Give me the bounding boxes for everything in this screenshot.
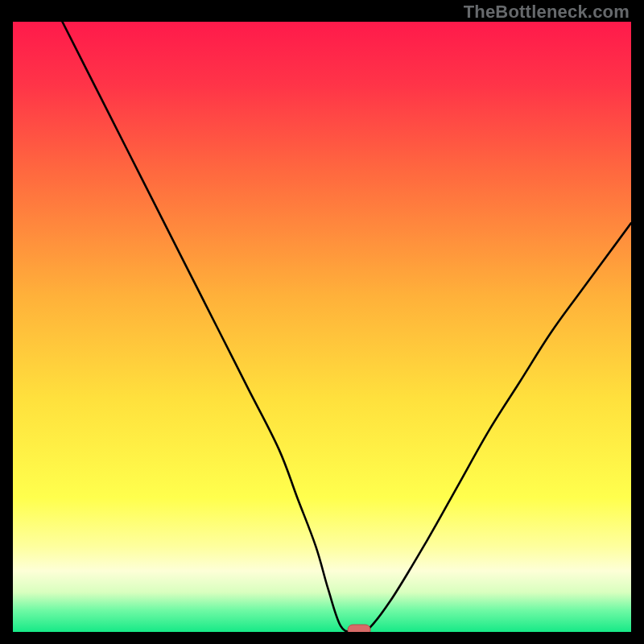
watermark-text: TheBottleneck.com [464,2,630,23]
chart-container: { "watermark": "TheBottleneck.com", "col… [0,0,644,644]
optimum-marker [348,625,370,632]
gradient-background [13,22,631,632]
bottleneck-chart [13,22,631,632]
